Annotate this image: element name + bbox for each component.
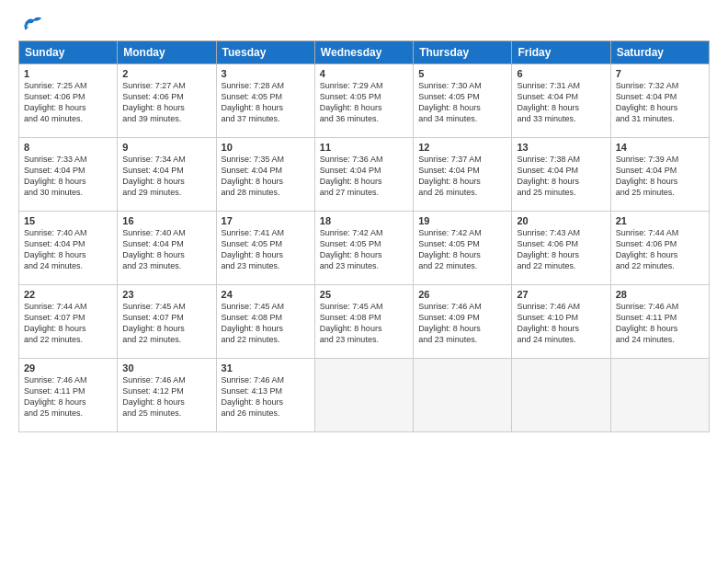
day-number: 12 [418,142,506,153]
calendar-cell: 21Sunrise: 7:44 AMSunset: 4:06 PMDayligh… [610,212,709,285]
day-info: Sunrise: 7:27 AMSunset: 4:06 PMDaylight:… [122,80,210,125]
calendar-body: 1Sunrise: 7:25 AMSunset: 4:06 PMDaylight… [19,64,710,432]
day-number: 30 [122,362,210,373]
calendar-cell: 23Sunrise: 7:45 AMSunset: 4:07 PMDayligh… [118,285,216,359]
calendar-cell: 8Sunrise: 7:33 AMSunset: 4:04 PMDaylight… [19,138,118,212]
day-number: 17 [222,215,310,226]
day-info: Sunrise: 7:46 AMSunset: 4:11 PMDaylight:… [24,374,112,419]
calendar-cell: 13Sunrise: 7:38 AMSunset: 4:04 PMDayligh… [512,138,610,212]
calendar-cell: 24Sunrise: 7:45 AMSunset: 4:08 PMDayligh… [216,285,314,359]
day-info: Sunrise: 7:46 AMSunset: 4:13 PMDaylight:… [222,374,310,419]
weekday-header-sunday: Sunday [19,41,118,64]
calendar-cell: 3Sunrise: 7:28 AMSunset: 4:05 PMDaylight… [216,64,314,138]
day-info: Sunrise: 7:41 AMSunset: 4:05 PMDaylight:… [222,227,310,272]
day-info: Sunrise: 7:32 AMSunset: 4:04 PMDaylight:… [616,80,704,125]
calendar-cell: 16Sunrise: 7:40 AMSunset: 4:04 PMDayligh… [118,212,216,285]
calendar-cell: 10Sunrise: 7:35 AMSunset: 4:04 PMDayligh… [216,138,314,212]
day-number: 19 [418,215,506,226]
calendar-cell: 7Sunrise: 7:32 AMSunset: 4:04 PMDaylight… [610,64,709,138]
calendar-cell [414,359,512,432]
day-number: 9 [122,142,210,153]
calendar-cell: 20Sunrise: 7:43 AMSunset: 4:06 PMDayligh… [512,212,610,285]
calendar-cell [314,359,413,432]
calendar-cell: 25Sunrise: 7:45 AMSunset: 4:08 PMDayligh… [314,285,413,359]
calendar-cell: 18Sunrise: 7:42 AMSunset: 4:05 PMDayligh… [314,212,413,285]
day-number: 20 [517,215,605,226]
logo [18,15,50,31]
weekday-header-wednesday: Wednesday [314,41,413,64]
header [18,15,710,31]
day-info: Sunrise: 7:28 AMSunset: 4:05 PMDaylight:… [222,80,310,125]
day-info: Sunrise: 7:46 AMSunset: 4:10 PMDaylight:… [517,301,605,346]
calendar-cell: 22Sunrise: 7:44 AMSunset: 4:07 PMDayligh… [19,285,118,359]
day-info: Sunrise: 7:35 AMSunset: 4:04 PMDaylight:… [222,154,310,199]
day-number: 2 [122,68,210,79]
calendar-cell [610,359,709,432]
day-info: Sunrise: 7:42 AMSunset: 4:05 PMDaylight:… [418,227,506,272]
week-row-1: 1Sunrise: 7:25 AMSunset: 4:06 PMDaylight… [19,64,710,138]
logo-icon [18,15,46,31]
day-number: 25 [320,289,408,300]
calendar-cell: 31Sunrise: 7:46 AMSunset: 4:13 PMDayligh… [216,359,314,432]
day-info: Sunrise: 7:39 AMSunset: 4:04 PMDaylight:… [616,154,704,199]
calendar-cell: 17Sunrise: 7:41 AMSunset: 4:05 PMDayligh… [216,212,314,285]
day-number: 15 [24,215,112,226]
day-number: 14 [616,142,704,153]
day-number: 29 [24,362,112,373]
calendar-cell: 15Sunrise: 7:40 AMSunset: 4:04 PMDayligh… [19,212,118,285]
calendar-cell: 1Sunrise: 7:25 AMSunset: 4:06 PMDaylight… [19,64,118,138]
day-info: Sunrise: 7:30 AMSunset: 4:05 PMDaylight:… [418,80,506,125]
day-number: 1 [24,68,112,79]
day-number: 26 [418,289,506,300]
calendar-cell: 29Sunrise: 7:46 AMSunset: 4:11 PMDayligh… [19,359,118,432]
day-info: Sunrise: 7:44 AMSunset: 4:06 PMDaylight:… [616,227,704,272]
calendar-cell: 11Sunrise: 7:36 AMSunset: 4:04 PMDayligh… [314,138,413,212]
day-info: Sunrise: 7:29 AMSunset: 4:05 PMDaylight:… [320,80,408,125]
day-info: Sunrise: 7:34 AMSunset: 4:04 PMDaylight:… [122,154,210,199]
calendar-cell: 27Sunrise: 7:46 AMSunset: 4:10 PMDayligh… [512,285,610,359]
calendar-cell: 19Sunrise: 7:42 AMSunset: 4:05 PMDayligh… [414,212,512,285]
calendar-cell: 28Sunrise: 7:46 AMSunset: 4:11 PMDayligh… [610,285,709,359]
weekday-header-friday: Friday [512,41,610,64]
day-number: 24 [222,289,310,300]
weekday-header-row: SundayMondayTuesdayWednesdayThursdayFrid… [19,41,710,64]
day-number: 3 [222,68,310,79]
day-info: Sunrise: 7:45 AMSunset: 4:08 PMDaylight:… [320,301,408,346]
day-number: 8 [24,142,112,153]
day-number: 27 [517,289,605,300]
weekday-header-tuesday: Tuesday [216,41,314,64]
day-info: Sunrise: 7:36 AMSunset: 4:04 PMDaylight:… [320,154,408,199]
day-number: 18 [320,215,408,226]
day-info: Sunrise: 7:40 AMSunset: 4:04 PMDaylight:… [122,227,210,272]
day-number: 23 [122,289,210,300]
day-number: 10 [222,142,310,153]
calendar-cell: 6Sunrise: 7:31 AMSunset: 4:04 PMDaylight… [512,64,610,138]
day-info: Sunrise: 7:25 AMSunset: 4:06 PMDaylight:… [24,80,112,125]
day-info: Sunrise: 7:37 AMSunset: 4:04 PMDaylight:… [418,154,506,199]
weekday-header-saturday: Saturday [610,41,709,64]
day-number: 28 [616,289,704,300]
day-info: Sunrise: 7:45 AMSunset: 4:08 PMDaylight:… [222,301,310,346]
day-number: 6 [517,68,605,79]
day-info: Sunrise: 7:40 AMSunset: 4:04 PMDaylight:… [24,227,112,272]
day-info: Sunrise: 7:44 AMSunset: 4:07 PMDaylight:… [24,301,112,346]
calendar-cell: 30Sunrise: 7:46 AMSunset: 4:12 PMDayligh… [118,359,216,432]
calendar-cell: 2Sunrise: 7:27 AMSunset: 4:06 PMDaylight… [118,64,216,138]
calendar-cell: 26Sunrise: 7:46 AMSunset: 4:09 PMDayligh… [414,285,512,359]
day-info: Sunrise: 7:46 AMSunset: 4:09 PMDaylight:… [418,301,506,346]
day-number: 31 [222,362,310,373]
day-info: Sunrise: 7:43 AMSunset: 4:06 PMDaylight:… [517,227,605,272]
day-number: 21 [616,215,704,226]
day-info: Sunrise: 7:46 AMSunset: 4:11 PMDaylight:… [616,301,704,346]
day-number: 11 [320,142,408,153]
week-row-4: 22Sunrise: 7:44 AMSunset: 4:07 PMDayligh… [19,285,710,359]
week-row-5: 29Sunrise: 7:46 AMSunset: 4:11 PMDayligh… [19,359,710,432]
day-info: Sunrise: 7:33 AMSunset: 4:04 PMDaylight:… [24,154,112,199]
day-number: 4 [320,68,408,79]
weekday-header-monday: Monday [118,41,216,64]
week-row-3: 15Sunrise: 7:40 AMSunset: 4:04 PMDayligh… [19,212,710,285]
calendar-cell: 4Sunrise: 7:29 AMSunset: 4:05 PMDaylight… [314,64,413,138]
calendar-table: SundayMondayTuesdayWednesdayThursdayFrid… [18,40,710,432]
calendar-cell [512,359,610,432]
day-number: 16 [122,215,210,226]
